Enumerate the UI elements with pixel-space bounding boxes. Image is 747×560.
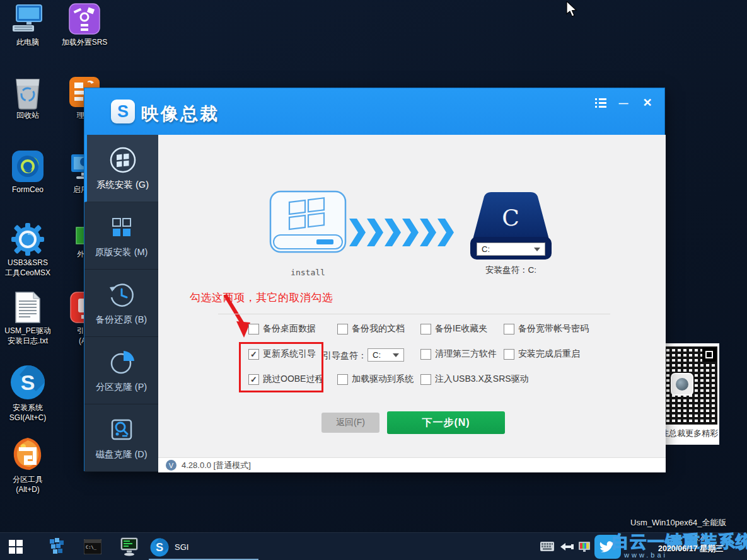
sgi-taskbar-icon: S — [150, 538, 169, 557]
taskbar-sgi-button[interactable]: S SGI — [150, 535, 226, 559]
desktop-icon-this-pc[interactable]: 此电脑 — [0, 3, 55, 47]
tray-date: 2020/06/17 星期三 — [658, 544, 724, 554]
desktop-icon-diskgenius[interactable]: 分区工具 (Alt+D) — [0, 436, 55, 494]
taskbar-cmd-icon[interactable]: C:\_ — [83, 539, 102, 555]
firewire-icon — [57, 3, 112, 35]
sidebar-item-system-install[interactable]: 系统安装 (G) — [84, 135, 158, 202]
desktop-icon-usm-log[interactable]: USM_PE驱动 安装日志.txt — [0, 291, 55, 346]
desktop-icon-label: USM_PE驱动 安装日志.txt — [0, 326, 55, 346]
app-window: S 映像总裁 — ✕ 系统安装 (G) 原版安装 (M) 备份还原 (B) — [84, 88, 665, 471]
qr-caption: 注总裁更多精彩 — [661, 428, 718, 439]
text-file-icon — [0, 291, 55, 324]
sidebar-item-label: 备份还原 (B) — [96, 314, 147, 326]
partition-tool-icon — [0, 436, 55, 472]
title-bar: S 映像总裁 — ✕ — [84, 88, 664, 135]
target-drive-icon: C C: — [468, 190, 553, 261]
next-button[interactable]: 下一步(N) — [387, 411, 505, 434]
recycle-bin-icon — [0, 76, 55, 108]
tray-display-color-icon[interactable] — [577, 539, 591, 555]
checkbox-backup-broadband[interactable]: 备份宽带帐号密码 — [504, 323, 589, 334]
computer-icon — [0, 3, 55, 35]
gear-icon — [0, 223, 55, 256]
back-button[interactable]: 返回(F) — [321, 413, 379, 433]
tray-keyboard-icon[interactable] — [540, 540, 555, 552]
sidebar-item-label: 分区克隆 (P) — [96, 381, 147, 393]
checkbox-clean-thirdparty[interactable]: 清理第三方软件 — [420, 348, 497, 360]
boot-drive-label: 引导盘符： — [323, 350, 367, 362]
checkbox-backup-ie-favorites[interactable]: 备份IE收藏夹 — [420, 323, 487, 334]
sidebar-item-label: 原版安装 (M) — [95, 246, 148, 258]
pie-chart-icon — [108, 348, 136, 376]
version-badge-icon: V — [166, 460, 177, 471]
taskbar-sgi-label: SGI — [175, 542, 188, 552]
sidebar-item-label: 磁盘克隆 (D) — [95, 449, 147, 460]
svg-text:C: C — [502, 205, 519, 231]
desktop-icon-label: 安装系统 SGI(Alt+C) — [0, 403, 55, 423]
desktop-icon-label: 加载外置SRS — [57, 37, 112, 47]
app-title: 映像总裁 — [141, 102, 219, 126]
svg-text:S: S — [21, 370, 35, 394]
transfer-arrows-icon — [349, 219, 460, 246]
start-button[interactable] — [8, 539, 24, 554]
version-text: 4.28.0.0 [普通模式] — [182, 460, 251, 471]
target-drive-select[interactable]: C: — [477, 243, 545, 256]
close-button[interactable]: ✕ — [639, 96, 656, 110]
source-drive-icon — [269, 190, 347, 254]
mouse-cursor — [566, 1, 577, 18]
desktop-icon-load-srs[interactable]: 加载外置SRS — [57, 3, 112, 47]
svg-text:C:\_: C:\_ — [86, 545, 97, 550]
sidebar: 系统安装 (G) 原版安装 (M) 备份还原 (B) 分区克隆 (P) 磁盘克隆… — [84, 135, 158, 472]
desktop-icon-label: 此电脑 — [0, 37, 55, 47]
caret-down-icon — [393, 353, 399, 357]
taskbar-monitor-icon[interactable] — [120, 537, 139, 556]
disk-search-icon — [108, 416, 136, 443]
windows-squares-icon — [108, 214, 136, 241]
main-panel: install C C: 安装盘符：C: 勾选这两项，其它的取消勾选 — [158, 135, 666, 457]
caret-down-icon — [534, 248, 540, 251]
checkbox-backup-documents[interactable]: 备份我的文档 — [337, 323, 405, 334]
formceo-icon — [0, 150, 55, 183]
checkbox-reboot-after[interactable]: 安装完成后重启 — [504, 348, 580, 360]
history-clock-icon — [108, 281, 136, 309]
desktop-icon-formceo[interactable]: FormCeo — [0, 150, 55, 195]
sidebar-item-partition-clone[interactable]: 分区克隆 (P) — [84, 337, 158, 404]
desktop-icon-label: 回收站 — [0, 110, 55, 120]
sidebar-item-disk-clone[interactable]: 磁盘克隆 (D) — [84, 404, 158, 472]
desktop-icon-label: FormCeo — [0, 185, 55, 195]
divider — [218, 314, 610, 314]
desktop-icon-recycle-bin[interactable]: 回收站 — [0, 76, 55, 120]
minimize-button[interactable]: — — [615, 96, 632, 110]
desktop-icon-label: 分区工具 (Alt+D) — [0, 474, 55, 494]
build-version-label: Usm_Win10pex64_全能版 — [630, 517, 726, 529]
checkbox-load-drivers[interactable]: 加载驱动到系统 — [337, 374, 414, 385]
sidebar-item-label: 系统安装 (G) — [96, 179, 149, 191]
sidebar-item-backup-restore[interactable]: 备份还原 (B) — [84, 270, 158, 337]
sgi-app-icon: S — [0, 364, 55, 401]
source-drive-label: install — [269, 268, 347, 277]
annotation-text: 勾选这两项，其它的取消勾选 — [190, 290, 333, 305]
status-bar: V 4.28.0.0 [普通模式] — [158, 457, 666, 472]
checkbox-inject-usb3-srs[interactable]: 注入USB3.X及SRS驱动 — [420, 374, 529, 385]
sidebar-item-original-install[interactable]: 原版安装 (M) — [84, 202, 158, 270]
windows-circle-icon — [109, 146, 137, 174]
tray-usb-eject-icon[interactable] — [559, 542, 575, 552]
desktop-icon-sgi[interactable]: S 安装系统 SGI(Alt+C) — [0, 364, 55, 423]
menu-icon[interactable] — [593, 96, 609, 110]
desktop-icon-usb3-srs-tool[interactable]: USB3&SRS 工具CeoMSX — [0, 223, 55, 278]
svg-text:S: S — [156, 541, 163, 554]
desktop-icon-label: USB3&SRS 工具CeoMSX — [0, 258, 55, 278]
checkbox-backup-desktop[interactable]: 备份桌面数据 — [248, 323, 316, 334]
app-logo-icon: S — [111, 100, 135, 123]
taskbar-cube-icon[interactable] — [48, 537, 66, 556]
annotation-highlight-rect — [239, 342, 323, 392]
boot-drive-select[interactable]: C: — [368, 348, 404, 362]
target-drive-caption: 安装盘符：C: — [468, 265, 553, 276]
